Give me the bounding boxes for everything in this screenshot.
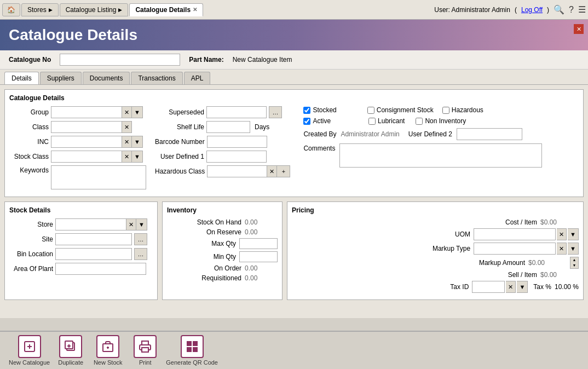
tab-catalogue-listing-arrow: ▶ [118, 7, 122, 13]
user-defined2-input[interactable] [457, 128, 522, 140]
duplicate-button[interactable]: Duplicate [54, 335, 87, 366]
bin-location-row: Bin Location … [9, 248, 153, 260]
hazardous-checkbox[interactable] [442, 107, 449, 114]
tab-catalogue-details-close[interactable]: ✕ [193, 7, 197, 13]
tab-catalogue-listing[interactable]: Catalogue Listing ▶ [60, 3, 129, 16]
user-defined1-label: User Defined 1 [155, 153, 204, 160]
stock-class-dropdown-btn[interactable]: ▼ [132, 151, 143, 163]
markup-type-dropdown-btn[interactable]: ▼ [568, 243, 579, 255]
user-defined1-input[interactable] [206, 151, 267, 163]
inc-input[interactable] [51, 136, 122, 148]
store-clear-btn[interactable]: ✕ [126, 218, 136, 230]
inc-dropdown-btn[interactable]: ▼ [132, 136, 143, 148]
stock-class-clear-btn[interactable]: ✕ [122, 151, 132, 163]
store-input[interactable] [55, 218, 126, 230]
bin-location-browse-btn[interactable]: … [134, 248, 147, 260]
area-of-plant-input[interactable] [55, 263, 146, 275]
markup-type-clear-btn[interactable]: ✕ [557, 243, 567, 255]
comments-textarea[interactable] [339, 143, 542, 168]
uom-dropdown-btn[interactable]: ▼ [568, 228, 579, 240]
active-checkbox[interactable] [303, 118, 310, 125]
hazardous-checkbox-label[interactable]: Hazardous [442, 106, 483, 114]
hazardous-class-input[interactable] [207, 165, 267, 177]
barcode-input[interactable] [207, 136, 267, 148]
logoff-link[interactable]: Log Off [521, 6, 543, 14]
pricing-panel: Pricing Cost / Item $0.00 UOM Each ✕ ▼ M… [287, 201, 584, 300]
site-input[interactable] [55, 233, 132, 245]
superseded-browse-btn[interactable]: … [269, 106, 282, 118]
lubricant-checkbox-label[interactable]: Lubricant [368, 117, 405, 125]
close-button[interactable]: ✕ [574, 24, 584, 34]
catalogue-no-input[interactable]: New Catalogue Item [60, 54, 180, 66]
store-row: Store ✕ ▼ [9, 218, 153, 230]
tab-apl[interactable]: APL [184, 72, 211, 84]
tab-stores[interactable]: Stores ▶ [21, 3, 59, 16]
svg-rect-21 [195, 350, 197, 351]
tab-documents[interactable]: Documents [83, 72, 130, 84]
stocked-checkbox[interactable] [303, 107, 310, 114]
markup-amount-row: Markup Amount $0.00 ▲ ▼ [292, 257, 579, 269]
generate-qr-button[interactable]: Generate QR Code [166, 335, 218, 366]
new-stock-button[interactable]: New Stock [91, 335, 124, 366]
consignment-checkbox[interactable] [367, 107, 374, 114]
search-nav-icon[interactable]: 🔍 [554, 4, 564, 15]
stocked-checkbox-label[interactable]: Stocked [303, 106, 336, 114]
tab-bar: Details Suppliers Documents Transactions… [0, 70, 588, 85]
requisitioned-label: Requisitioned [187, 274, 241, 282]
print-button[interactable]: Print [129, 335, 162, 366]
non-inventory-checkbox[interactable] [416, 118, 423, 125]
group-input[interactable] [51, 106, 122, 118]
inc-clear-btn[interactable]: ✕ [122, 136, 132, 148]
keywords-textarea[interactable] [51, 165, 146, 189]
home-button[interactable]: 🏠 [2, 3, 20, 16]
created-by-value: Administrator Admin [341, 130, 399, 138]
group-dropdown-btn[interactable]: ▼ [132, 106, 143, 118]
footer-toolbar: New Catalogue Duplicate New Stock [0, 331, 588, 369]
help-icon[interactable]: ? [569, 5, 574, 15]
max-qty-input[interactable]: 0.00 [239, 238, 278, 249]
class-clear-btn[interactable]: ✕ [122, 121, 132, 133]
class-input[interactable] [51, 121, 122, 133]
max-qty-label: Max Qty [181, 240, 236, 247]
non-inventory-checkbox-label[interactable]: Non Inventory [416, 117, 466, 125]
svg-rect-19 [195, 348, 197, 349]
shelf-life-input[interactable]: 0.00 [206, 121, 250, 133]
max-qty-row: Max Qty 0.00 [167, 238, 278, 249]
new-stock-icon [96, 335, 119, 358]
lubricant-checkbox[interactable] [368, 118, 376, 125]
active-checkbox-label[interactable]: Active [303, 117, 331, 125]
consignment-checkbox-label[interactable]: Consignment Stock [367, 106, 434, 114]
group-clear-btn[interactable]: ✕ [122, 106, 132, 118]
hazardous-class-clear-btn[interactable]: ✕ [267, 165, 277, 177]
user-defined1-row: User Defined 1 [155, 151, 290, 163]
new-catalogue-button[interactable]: New Catalogue [9, 335, 50, 366]
uom-clear-btn[interactable]: ✕ [557, 228, 567, 240]
sell-item-row: Sell / Item $0.00 [292, 271, 579, 279]
sell-item-label: Sell / Item [482, 271, 537, 279]
markup-type-input[interactable] [474, 243, 556, 255]
tax-id-clear-btn[interactable]: ✕ [506, 281, 516, 293]
tax-id-input[interactable]: GST [472, 281, 505, 293]
tax-id-dropdown-btn[interactable]: ▼ [517, 281, 528, 293]
uom-row: UOM Each ✕ ▼ [292, 228, 579, 240]
store-dropdown-btn[interactable]: ▼ [136, 218, 147, 230]
markup-spinner[interactable]: ▲ ▼ [570, 257, 579, 269]
tab-transactions[interactable]: Transactions [131, 72, 182, 84]
tab-details[interactable]: Details [4, 72, 39, 84]
superseded-input[interactable] [206, 106, 267, 118]
inc-input-combo: ✕ ▼ [51, 136, 143, 148]
min-qty-input[interactable]: 0.00 [239, 251, 278, 262]
site-browse-btn[interactable]: … [134, 233, 147, 245]
cost-item-row: Cost / Item $0.00 [292, 218, 579, 226]
markup-spin-up[interactable]: ▲ [570, 257, 578, 263]
class-row: Class ✕ [9, 121, 146, 133]
bin-location-input[interactable] [55, 248, 132, 260]
tab-suppliers[interactable]: Suppliers [40, 72, 82, 84]
menu-icon[interactable]: ☰ [578, 4, 586, 15]
markup-spin-down[interactable]: ▼ [570, 263, 578, 268]
stock-class-input[interactable] [51, 151, 122, 163]
tax-id-select-row: GST ✕ ▼ Tax % 10.00 % [472, 281, 579, 293]
uom-input[interactable]: Each [474, 228, 556, 240]
hazardous-class-browse-btn[interactable]: + [277, 165, 290, 177]
tab-catalogue-details[interactable]: Catalogue Details ✕ [129, 3, 203, 16]
